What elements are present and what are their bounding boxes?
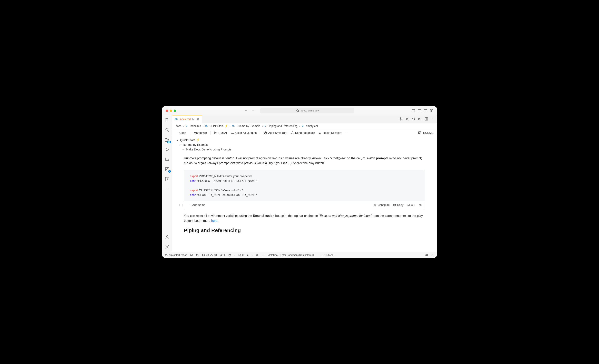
panel-left-icon[interactable] xyxy=(412,109,415,112)
now-playing[interactable]: Metallica - Enter Sandman (Remastered) xyxy=(268,253,314,256)
svg-point-52 xyxy=(239,255,240,255)
svg-rect-19 xyxy=(166,158,169,160)
svg-point-42 xyxy=(375,205,376,205)
remote-icon[interactable] xyxy=(165,157,170,162)
svg-point-14 xyxy=(166,138,167,139)
svg-point-58 xyxy=(427,255,428,255)
chevron-down-icon: ⌄ xyxy=(176,138,179,142)
panel-bottom-icon[interactable] xyxy=(418,109,421,112)
nav-forward-icon[interactable]: → xyxy=(251,109,255,113)
outline-item[interactable]: ⌄Make Docs Generic using Prompts xyxy=(176,147,433,152)
maximize-window[interactable] xyxy=(174,110,176,112)
paragraph: Runme's prompting default is "auto". It … xyxy=(184,156,425,166)
add-name-button[interactable]: ＋Add Name xyxy=(189,203,205,207)
tab-modified: M xyxy=(192,118,195,121)
svg-rect-41 xyxy=(419,132,420,133)
svg-line-50 xyxy=(203,254,204,256)
svg-marker-33 xyxy=(216,132,217,134)
close-window[interactable] xyxy=(166,110,168,112)
toolbar-more-icon[interactable]: ··· xyxy=(345,131,347,134)
play-square-icon[interactable] xyxy=(165,176,170,182)
minimize-window[interactable] xyxy=(170,110,172,112)
chevron-right-icon[interactable]: › xyxy=(252,253,253,256)
search-icon xyxy=(296,109,300,113)
outline: ⌄Quick Start ⚡ ⌄Runme by Example ⌄Make D… xyxy=(172,136,437,153)
svg-rect-40 xyxy=(418,132,421,134)
titlebar-actions xyxy=(412,109,433,112)
tab-close-icon[interactable]: ✕ xyxy=(197,118,199,121)
paragraph: You can reset all environment variables … xyxy=(184,214,425,223)
breadcrumb-item[interactable]: empty cell xyxy=(306,124,318,128)
tab-index-md[interactable]: M↓ index.md M ✕ xyxy=(172,115,202,123)
fix-count[interactable]: 1 xyxy=(220,253,225,256)
compare-icon[interactable] xyxy=(412,117,415,121)
cloud-sync-icon[interactable] xyxy=(190,253,193,256)
layout-icon[interactable] xyxy=(430,109,433,112)
bug-icon[interactable] xyxy=(405,117,409,121)
svg-marker-38 xyxy=(265,132,266,133)
chevron-left-icon[interactable]: ‹ xyxy=(234,253,235,256)
split-icon[interactable] xyxy=(424,117,428,121)
svg-rect-11 xyxy=(165,119,168,122)
runme-brand[interactable]: RUNME xyxy=(418,131,433,134)
explorer-icon[interactable] xyxy=(165,118,170,123)
cli-button[interactable]: CLI xyxy=(407,203,415,207)
markdown-label[interactable]: M↓ xyxy=(418,118,422,120)
radio-status[interactable]: 0 xyxy=(238,253,244,256)
search-icon[interactable] xyxy=(165,128,170,133)
port-icon[interactable] xyxy=(228,254,231,256)
bell-icon[interactable] xyxy=(431,253,434,256)
notebook-content: Runme's prompting default is "auto". It … xyxy=(172,153,437,240)
extensions-icon[interactable]: 1 xyxy=(165,167,170,172)
panel-right-icon[interactable] xyxy=(424,109,427,112)
add-code-button[interactable]: ＋Code xyxy=(175,131,186,135)
outline-item[interactable]: ⌄Runme by Example xyxy=(176,142,433,147)
gear-icon[interactable] xyxy=(399,117,402,121)
more-icon[interactable]: ··· xyxy=(165,186,170,191)
breadcrumb-item[interactable]: Quick Start xyxy=(210,124,223,128)
breadcrumb-item[interactable]: docs xyxy=(176,124,182,128)
svg-point-12 xyxy=(166,129,168,131)
ext-badge: 1 xyxy=(168,170,171,173)
configure-button[interactable]: Configure xyxy=(374,203,390,207)
reset-session-button[interactable]: Reset Session xyxy=(318,131,341,134)
add-markdown-button[interactable]: ＋Markdown xyxy=(190,131,207,135)
copy-button[interactable]: Copy xyxy=(393,203,404,207)
git-branch[interactable]: quickstart-redo* xyxy=(165,253,187,256)
svg-point-20 xyxy=(168,160,169,161)
run-all-button[interactable]: Run All xyxy=(214,131,228,134)
url-bar[interactable]: docs.runme.dev xyxy=(260,108,354,113)
cell-language[interactable]: sh xyxy=(419,203,422,207)
autosave-button[interactable]: Auto-Save (off) xyxy=(264,131,287,134)
volume-icon[interactable] xyxy=(256,254,258,256)
chevron-down-icon: ⌄ xyxy=(182,147,185,151)
breadcrumb[interactable]: docs› M↓index.md› M↓Quick Start⚡› M↓Runm… xyxy=(172,123,437,129)
nav-back-icon[interactable]: ← xyxy=(244,109,248,113)
send-feedback-button[interactable]: Send Feedback xyxy=(291,131,315,134)
sync-icon[interactable] xyxy=(196,253,199,256)
breadcrumb-item[interactable]: Runme by Example xyxy=(237,124,261,128)
clear-outputs-button[interactable]: Clear All Outputs xyxy=(231,131,257,134)
run-debug-icon[interactable] xyxy=(165,147,170,152)
svg-rect-45 xyxy=(407,204,410,206)
settings-gear-icon[interactable] xyxy=(165,244,170,249)
more-actions-icon[interactable]: ··· xyxy=(431,117,433,121)
cell-execution-count: [ ] xyxy=(179,203,184,207)
copilot-icon[interactable] xyxy=(425,253,428,257)
problems[interactable]: 28 18 xyxy=(202,253,217,256)
book-icon[interactable] xyxy=(262,254,264,256)
vim-mode: -- NORMAL -- xyxy=(320,253,336,256)
zap-icon: ⚡ xyxy=(196,138,200,142)
outline-item[interactable]: ⌄Quick Start ⚡ xyxy=(176,138,433,142)
source-control-icon[interactable]: 19 xyxy=(165,137,170,142)
svg-rect-23 xyxy=(166,169,167,171)
account-icon[interactable] xyxy=(165,234,170,240)
status-bar: quickstart-redo* 28 18 1 ‹ 0 ▶ › Metalli… xyxy=(162,252,437,258)
learn-more-link[interactable]: here xyxy=(211,219,218,222)
breadcrumb-item[interactable]: Piping and Referencing xyxy=(269,124,298,128)
play-icon[interactable]: ▶ xyxy=(247,253,249,256)
cell-footer: [ ] ＋Add Name Configure Copy CLI sh xyxy=(184,201,425,209)
code-cell[interactable]: export PROJECT_NAME=[Enter your project … xyxy=(184,170,425,201)
breadcrumb-item[interactable]: index.md xyxy=(190,124,201,128)
scm-badge: 19 xyxy=(167,141,171,143)
